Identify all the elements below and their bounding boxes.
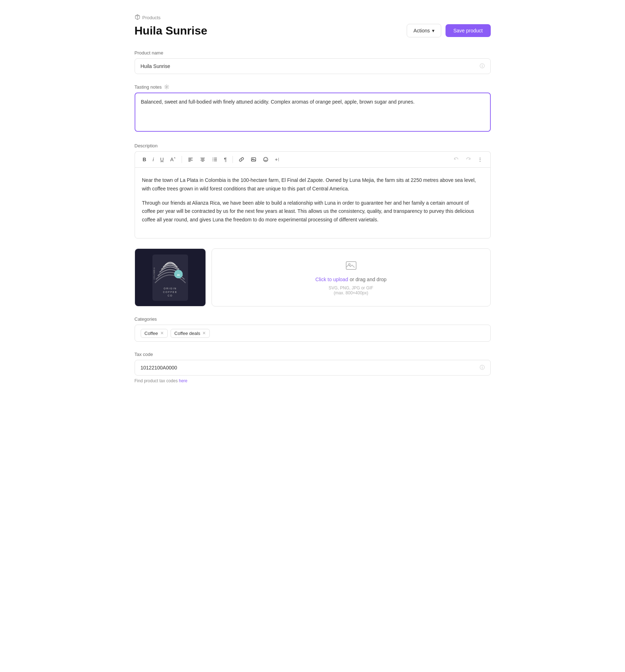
svg-point-9 — [213, 158, 213, 158]
remove-coffee-tag[interactable]: ✕ — [160, 331, 164, 336]
svg-text:Ai: Ai — [177, 273, 180, 277]
svg-point-13 — [213, 161, 213, 161]
redo-button[interactable] — [463, 155, 473, 164]
tax-info-icon: ⓘ — [480, 364, 485, 371]
image-upload-section: Ai ORIGIN COFFEE CO COLOMBIA Click to up… — [135, 248, 491, 306]
undo-button[interactable] — [451, 155, 461, 164]
upload-format-text: SVG, PNG, JPG or GIF (max. 800×400px) — [329, 285, 373, 295]
actions-button[interactable]: Actions ▾ — [407, 24, 441, 37]
products-icon — [135, 14, 140, 21]
description-section: Description B i U A˄ ¶ +⁝ — [135, 143, 491, 238]
product-name-input[interactable] — [141, 63, 480, 69]
breadcrumb-label[interactable]: Products — [142, 15, 161, 20]
save-product-button[interactable]: Save product — [446, 24, 491, 37]
breadcrumb: Products — [135, 14, 491, 21]
upload-drag-label: or drag and drop — [350, 277, 387, 282]
product-name-label: Product name — [135, 50, 491, 56]
editor-content[interactable]: Near the town of La Plata in Colombia is… — [135, 167, 491, 238]
gear-icon[interactable] — [164, 84, 170, 90]
page-header: Huila Sunrise Actions ▾ Save product — [135, 24, 491, 37]
upload-zone[interactable]: Click to upload or drag and drop SVG, PN… — [212, 248, 491, 306]
link-button[interactable] — [236, 155, 246, 164]
list-button[interactable] — [210, 155, 220, 164]
tax-code-field[interactable]: ⓘ — [135, 360, 491, 376]
editor-toolbar: B i U A˄ ¶ +⁝ ⋮ — [135, 151, 491, 167]
underline-button[interactable]: U — [158, 155, 166, 164]
more-options-button[interactable]: ⋮ — [475, 155, 485, 164]
tax-code-label: Tax code — [135, 352, 491, 357]
description-paragraph-2: Through our friends at Alianza Rica, we … — [142, 199, 483, 224]
tax-help-text: Find product tax codes here — [135, 378, 491, 383]
product-image-preview: Ai ORIGIN COFFEE CO COLOMBIA — [135, 248, 206, 306]
tasting-notes-input[interactable]: Balanced, sweet and full-bodied with fin… — [135, 93, 491, 132]
add-more-button[interactable]: +⁝ — [273, 155, 281, 164]
svg-point-18 — [264, 159, 265, 159]
categories-input[interactable]: Coffee ✕ Coffee deals ✕ — [135, 325, 491, 342]
tasting-notes-label: Tasting notes — [135, 84, 491, 90]
align-left-button[interactable] — [186, 155, 196, 164]
italic-button[interactable]: i — [151, 155, 156, 164]
tax-code-input[interactable] — [141, 365, 480, 371]
svg-text:CO: CO — [167, 294, 173, 297]
description-paragraph-1: Near the town of La Plata in Colombia is… — [142, 176, 483, 193]
header-actions: Actions ▾ Save product — [407, 24, 490, 37]
toolbar-divider-2 — [233, 156, 233, 163]
tasting-notes-section: Tasting notes Balanced, sweet and full-b… — [135, 84, 491, 133]
info-icon: ⓘ — [480, 63, 485, 69]
chevron-down-icon: ▾ — [432, 28, 434, 33]
image-upload-icon — [345, 259, 357, 273]
remove-coffee-deals-tag[interactable]: ✕ — [202, 331, 206, 336]
upload-click-text[interactable]: Click to upload — [316, 277, 348, 282]
svg-point-19 — [266, 159, 267, 159]
svg-point-17 — [264, 157, 268, 162]
product-name-section: Product name ⓘ — [135, 50, 491, 74]
page-title: Huila Sunrise — [135, 24, 208, 37]
svg-text:COFFEE: COFFEE — [163, 291, 177, 293]
coffee-bag-svg: Ai ORIGIN COFFEE CO COLOMBIA — [147, 251, 193, 304]
svg-point-0 — [166, 86, 167, 88]
tax-code-section: Tax code ⓘ Find product tax codes here — [135, 352, 491, 383]
svg-text:COLOMBIA: COLOMBIA — [153, 267, 155, 279]
tax-help-link[interactable]: here — [179, 378, 187, 383]
svg-text:ORIGIN: ORIGIN — [163, 287, 177, 290]
align-center-button[interactable] — [198, 155, 208, 164]
description-label: Description — [135, 143, 491, 148]
toolbar-divider-1 — [182, 156, 182, 163]
emoji-button[interactable] — [261, 155, 271, 164]
product-name-field[interactable]: ⓘ — [135, 58, 491, 74]
image-insert-button[interactable] — [249, 155, 259, 164]
bold-button[interactable]: B — [141, 155, 149, 164]
font-size-button[interactable]: A˄ — [168, 155, 178, 164]
svg-point-11 — [213, 159, 213, 160]
svg-rect-15 — [251, 158, 256, 161]
paragraph-button[interactable]: ¶ — [222, 155, 229, 164]
category-tag-coffee-deals[interactable]: Coffee deals ✕ — [171, 329, 210, 338]
categories-label: Categories — [135, 316, 491, 322]
category-tag-coffee[interactable]: Coffee ✕ — [141, 329, 168, 338]
categories-section: Categories Coffee ✕ Coffee deals ✕ — [135, 316, 491, 342]
